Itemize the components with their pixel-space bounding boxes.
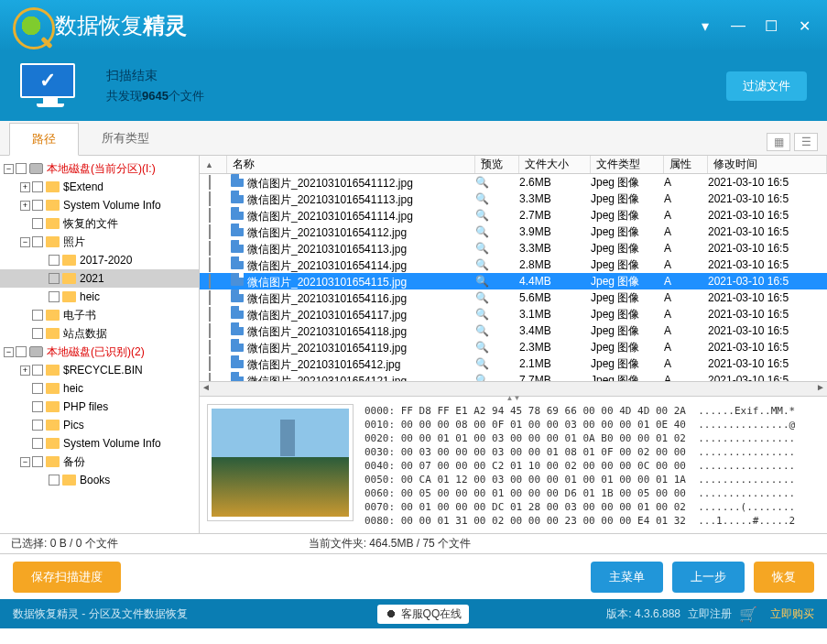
cart-icon[interactable]: 🛒 (739, 606, 757, 623)
file-checkbox[interactable] (209, 340, 211, 355)
header-preview[interactable]: 预览 (475, 156, 519, 173)
expand-icon[interactable]: + (20, 366, 30, 376)
resize-grip-icon[interactable]: ▲▼ (506, 394, 521, 402)
tree-checkbox[interactable] (32, 310, 43, 321)
preview-search-icon[interactable]: 🔍 (475, 258, 489, 271)
file-row[interactable]: 微信图片_202103101654114.jpg🔍2.8MBJpeg 图像A20… (200, 257, 827, 273)
tab-all-types[interactable]: 所有类型 (79, 122, 172, 155)
tree-checkbox[interactable] (49, 273, 60, 284)
tree-checkbox[interactable] (49, 291, 60, 302)
expand-icon[interactable]: + (20, 201, 30, 211)
tree-checkbox[interactable] (32, 420, 43, 431)
preview-search-icon[interactable]: 🔍 (475, 275, 489, 288)
preview-search-icon[interactable]: 🔍 (475, 341, 489, 354)
buy-link[interactable]: 立即购买 (770, 606, 814, 622)
header-type[interactable]: 文件类型 (591, 156, 664, 173)
file-checkbox[interactable] (209, 323, 211, 338)
file-checkbox[interactable] (209, 373, 211, 381)
file-checkbox[interactable] (209, 290, 211, 305)
file-row[interactable]: 微信图片_202103101654121.jpg🔍7.7MBJpeg 图像A20… (200, 372, 827, 381)
file-row[interactable]: 微信图片_202103101654118.jpg🔍3.4MBJpeg 图像A20… (200, 322, 827, 339)
maximize-button[interactable]: ☐ (763, 17, 779, 35)
tree-checkbox[interactable] (32, 236, 43, 247)
file-row[interactable]: 微信图片_202103101654112.jpg🔍3.9MBJpeg 图像A20… (200, 224, 827, 240)
file-checkbox[interactable] (209, 191, 211, 206)
file-checkbox[interactable] (209, 175, 211, 190)
tree-node[interactable]: −备份 (0, 453, 199, 471)
tree-checkbox[interactable] (32, 365, 43, 376)
expand-icon[interactable]: + (20, 182, 30, 192)
file-checkbox[interactable] (209, 241, 211, 256)
tree-checkbox[interactable] (32, 218, 43, 229)
tree-node[interactable]: +System Volume Info (0, 196, 199, 214)
file-row[interactable]: 微信图片_202103101654117.jpg🔍3.1MBJpeg 图像A20… (200, 306, 827, 322)
header-checkbox-col[interactable]: ▲ (200, 156, 227, 173)
tree-checkbox[interactable] (49, 475, 60, 486)
preview-search-icon[interactable]: 🔍 (475, 308, 489, 321)
file-checkbox[interactable] (209, 257, 211, 272)
header-date[interactable]: 修改时间 (708, 156, 827, 173)
tree-checkbox[interactable] (49, 255, 60, 266)
preview-search-icon[interactable]: 🔍 (475, 242, 489, 255)
main-menu-button[interactable]: 主菜单 (591, 562, 663, 593)
tree-checkbox[interactable] (16, 163, 27, 174)
tree-node[interactable]: −本地磁盘(已识别)(2) (0, 343, 199, 361)
tree-node[interactable]: Books (0, 471, 199, 489)
tree-node[interactable]: heic (0, 288, 199, 306)
tree-checkbox[interactable] (32, 401, 43, 412)
tree-node[interactable]: Pics (0, 416, 199, 434)
file-checkbox[interactable] (209, 307, 211, 322)
file-row[interactable]: 微信图片_2021031016541114.jpg🔍2.7MBJpeg 图像A2… (200, 207, 827, 224)
preview-search-icon[interactable]: 🔍 (475, 176, 489, 189)
tree-node[interactable]: System Volume Info (0, 434, 199, 453)
save-scan-button[interactable]: 保存扫描进度 (13, 562, 121, 593)
header-size[interactable]: 文件大小 (519, 156, 591, 173)
minimize-button[interactable]: — (730, 17, 746, 35)
tree-checkbox[interactable] (32, 181, 43, 192)
tree-checkbox[interactable] (32, 438, 43, 449)
dropdown-icon[interactable]: ▾ (697, 17, 713, 35)
tree-node[interactable]: heic (0, 379, 199, 398)
recover-button[interactable]: 恢复 (754, 562, 814, 593)
register-link[interactable]: 立即注册 (688, 606, 732, 622)
file-checkbox[interactable] (209, 356, 211, 371)
tree-node[interactable]: PHP files (0, 398, 199, 416)
tree-checkbox[interactable] (32, 383, 43, 394)
tree-node[interactable]: +$RECYCLE.BIN (0, 361, 199, 379)
header-name[interactable]: 名称 (227, 156, 475, 173)
header-attr[interactable]: 属性 (664, 156, 708, 173)
file-row[interactable]: 微信图片_202103101654119.jpg🔍2.3MBJpeg 图像A20… (200, 339, 827, 355)
file-checkbox[interactable] (209, 208, 211, 223)
tree-node[interactable]: +$Extend (0, 178, 199, 196)
expand-icon[interactable]: − (20, 457, 30, 467)
preview-search-icon[interactable]: 🔍 (475, 225, 489, 238)
expand-icon[interactable]: − (20, 237, 30, 247)
preview-search-icon[interactable]: 🔍 (475, 209, 489, 222)
tree-node[interactable]: 站点数据 (0, 324, 199, 343)
view-grid-button[interactable]: ▦ (767, 133, 790, 151)
file-checkbox[interactable] (209, 274, 211, 289)
close-button[interactable]: ✕ (796, 17, 812, 35)
tree-node[interactable]: 2021 (0, 269, 199, 288)
tree-checkbox[interactable] (32, 456, 43, 467)
preview-search-icon[interactable]: 🔍 (475, 374, 489, 381)
file-row[interactable]: 微信图片_2021031016541112.jpg🔍2.6MBJpeg 图像A2… (200, 174, 827, 191)
tree-checkbox[interactable] (32, 328, 43, 339)
file-row[interactable]: 微信图片_202103101654116.jpg🔍5.6MBJpeg 图像A20… (200, 289, 827, 306)
expand-icon[interactable]: − (4, 347, 14, 357)
file-checkbox[interactable] (209, 224, 211, 239)
preview-search-icon[interactable]: 🔍 (475, 291, 489, 304)
tree-node[interactable]: 恢复的文件 (0, 214, 199, 233)
file-row[interactable]: 微信图片_202103101654113.jpg🔍3.3MBJpeg 图像A20… (200, 240, 827, 257)
tree-checkbox[interactable] (32, 200, 43, 211)
preview-search-icon[interactable]: 🔍 (475, 192, 489, 205)
preview-search-icon[interactable]: 🔍 (475, 357, 489, 370)
tree-checkbox[interactable] (16, 346, 27, 357)
expand-icon[interactable]: − (4, 164, 14, 174)
file-row[interactable]: 微信图片_202103101654115.jpg🔍4.4MBJpeg 图像A20… (200, 273, 827, 289)
tree-node[interactable]: −本地磁盘(当前分区)(I:) (0, 159, 199, 178)
file-row[interactable]: 微信图片_20210310165412.jpg🔍2.1MBJpeg 图像A202… (200, 355, 827, 372)
tree-node[interactable]: 2017-2020 (0, 251, 199, 269)
preview-search-icon[interactable]: 🔍 (475, 324, 489, 337)
file-row[interactable]: 微信图片_2021031016541113.jpg🔍3.3MBJpeg 图像A2… (200, 191, 827, 207)
